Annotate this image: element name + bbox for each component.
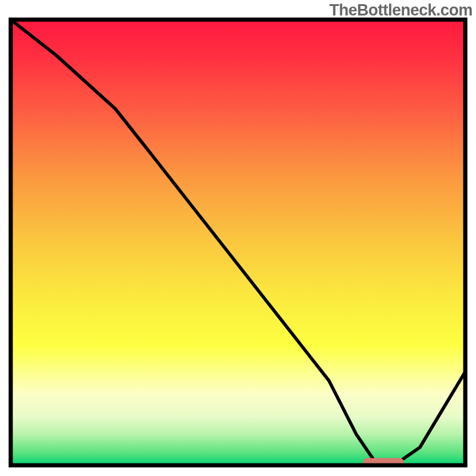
gradient-background (11, 20, 465, 465)
watermark-text: TheBottleneck.com (329, 1, 472, 20)
bottleneck-chart (0, 0, 476, 476)
chart-container: TheBottleneck.com (0, 0, 476, 476)
